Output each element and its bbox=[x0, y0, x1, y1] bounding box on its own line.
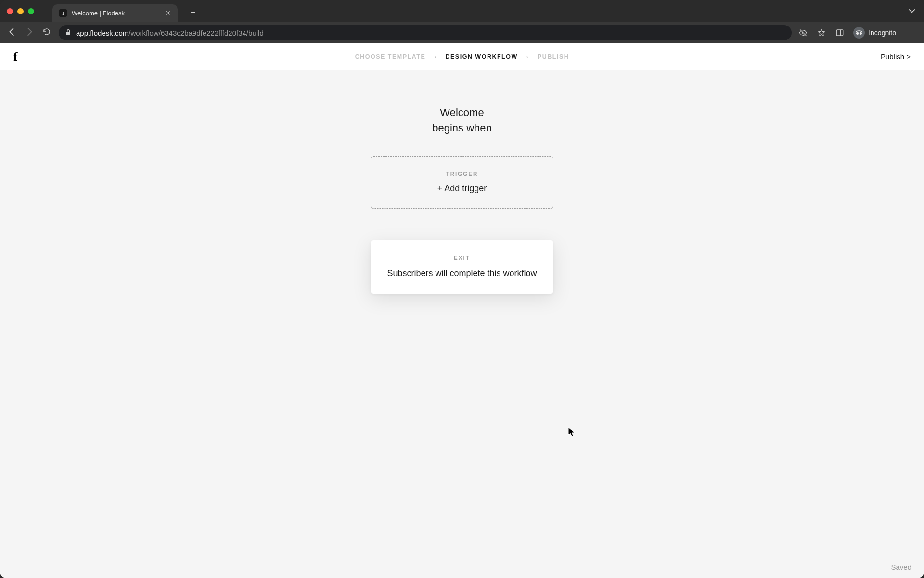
browser-tab[interactable]: f Welcome | Flodesk ✕ bbox=[52, 4, 178, 22]
omnibox[interactable]: app.flodesk.com/workflow/6343c2ba9dfe222… bbox=[59, 25, 792, 40]
window-controls bbox=[7, 8, 34, 14]
tab-close-button[interactable]: ✕ bbox=[165, 9, 171, 17]
exit-node: EXIT Subscribers will complete this work… bbox=[371, 240, 553, 294]
incognito-indicator[interactable]: Incognito bbox=[853, 27, 896, 39]
browser-menu-button[interactable]: ⋮ bbox=[905, 27, 917, 38]
eye-off-icon[interactable] bbox=[798, 28, 808, 38]
app-logo[interactable]: f bbox=[13, 50, 18, 64]
chevron-right-icon: › bbox=[526, 54, 529, 60]
publish-link[interactable]: Publish > bbox=[881, 53, 911, 61]
save-status: Saved bbox=[891, 563, 911, 571]
exit-label: EXIT bbox=[384, 255, 540, 261]
node-connector bbox=[462, 209, 462, 240]
window-close-button[interactable] bbox=[7, 8, 13, 14]
tabs-menu-button[interactable] bbox=[909, 7, 915, 15]
workflow-steps: CHOOSE TEMPLATE › DESIGN WORKFLOW › PUBL… bbox=[355, 53, 569, 60]
incognito-label: Incognito bbox=[869, 29, 896, 37]
titlebar: f Welcome | Flodesk ✕ + bbox=[0, 0, 924, 22]
svg-rect-0 bbox=[836, 30, 843, 36]
forward-button[interactable] bbox=[24, 26, 35, 39]
lock-icon bbox=[65, 29, 71, 37]
step-choose-template[interactable]: CHOOSE TEMPLATE bbox=[355, 53, 426, 60]
heading-line2: begins when bbox=[432, 120, 492, 136]
trigger-node[interactable]: TRIGGER + Add trigger bbox=[371, 156, 553, 209]
step-publish[interactable]: PUBLISH bbox=[538, 53, 569, 60]
app-header: f CHOOSE TEMPLATE › DESIGN WORKFLOW › PU… bbox=[0, 43, 924, 70]
trigger-label: TRIGGER bbox=[385, 171, 539, 177]
heading-line1: Welcome bbox=[432, 105, 492, 120]
window-zoom-button[interactable] bbox=[28, 8, 34, 14]
add-trigger-button[interactable]: + Add trigger bbox=[437, 184, 487, 194]
incognito-icon bbox=[853, 27, 865, 39]
panel-icon[interactable] bbox=[835, 28, 845, 38]
step-design-workflow[interactable]: DESIGN WORKFLOW bbox=[445, 53, 517, 60]
app-viewport: f CHOOSE TEMPLATE › DESIGN WORKFLOW › PU… bbox=[0, 43, 924, 578]
toolbar-right: Incognito ⋮ bbox=[798, 27, 917, 39]
browser-window: f Welcome | Flodesk ✕ + app.flodesk.com/… bbox=[0, 0, 924, 578]
svg-point-3 bbox=[860, 32, 862, 35]
exit-text: Subscribers will complete this workflow bbox=[384, 267, 540, 279]
url-text: app.flodesk.com/workflow/6343c2ba9dfe222… bbox=[76, 29, 264, 37]
new-tab-button[interactable]: + bbox=[186, 6, 200, 19]
workflow-canvas: Welcome begins when TRIGGER + Add trigge… bbox=[0, 70, 924, 578]
chevron-right-icon: › bbox=[434, 54, 436, 60]
back-button[interactable] bbox=[7, 26, 17, 39]
tab-favicon: f bbox=[59, 9, 67, 17]
star-icon[interactable] bbox=[817, 28, 826, 38]
window-minimize-button[interactable] bbox=[17, 8, 24, 14]
svg-point-2 bbox=[856, 32, 859, 35]
workflow-heading: Welcome begins when bbox=[432, 105, 492, 136]
tab-title: Welcome | Flodesk bbox=[72, 10, 160, 17]
reload-button[interactable] bbox=[41, 27, 52, 39]
address-bar: app.flodesk.com/workflow/6343c2ba9dfe222… bbox=[0, 22, 924, 43]
